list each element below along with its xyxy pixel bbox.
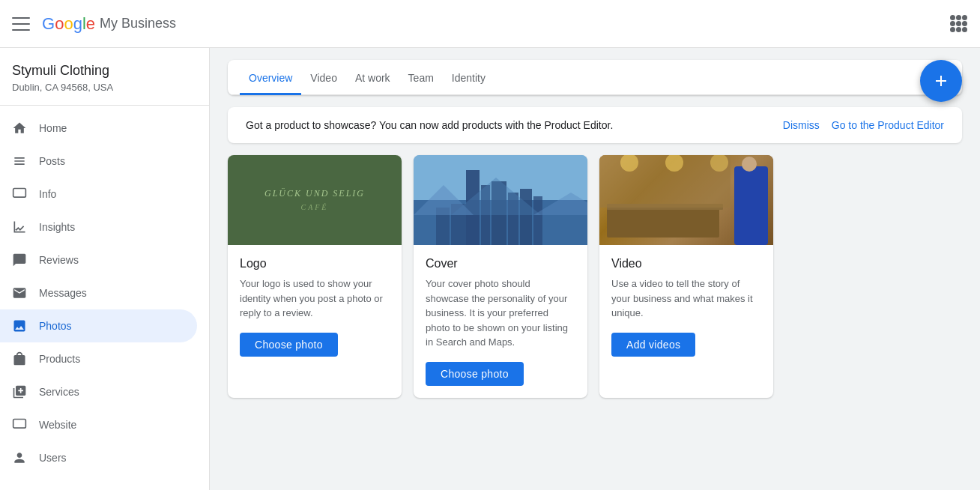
- info-icon: [12, 187, 27, 202]
- sidebar-label-posts: Posts: [39, 155, 65, 167]
- sidebar-item-messages[interactable]: Messages: [0, 276, 197, 309]
- sidebar-label-services: Services: [39, 386, 79, 398]
- sidebar-label-messages: Messages: [39, 287, 87, 299]
- services-icon: [12, 384, 27, 399]
- sidebar-label-users: Users: [39, 452, 67, 464]
- business-name: Stymuli Clothing: [12, 63, 197, 79]
- sidebar-item-services[interactable]: Services: [0, 375, 197, 408]
- google-logo: Google My Business: [42, 14, 176, 34]
- cards-grid: Glück und Selig CAFÉ Logo Your logo is u…: [228, 155, 962, 398]
- logo-card-desc: Your logo is used to show your identity …: [240, 276, 390, 321]
- reviews-icon: [12, 252, 27, 267]
- video-card-image: [599, 155, 773, 245]
- tab-identity[interactable]: Identity: [443, 60, 494, 95]
- cover-card-title: Cover: [426, 257, 575, 270]
- cover-card-image: [414, 155, 587, 245]
- main-layout: Stymuli Clothing Dublin, CA 94568, USA H…: [0, 48, 980, 490]
- svg-rect-16: [607, 208, 719, 238]
- tab-team[interactable]: Team: [399, 60, 443, 95]
- business-address: Dublin, CA 94568, USA: [12, 82, 197, 93]
- website-icon: [12, 417, 27, 432]
- sidebar-item-users[interactable]: Users: [0, 441, 197, 474]
- sidebar-label-insights: Insights: [39, 221, 75, 233]
- tab-at-work[interactable]: At work: [346, 60, 399, 95]
- sidebar-item-home[interactable]: Home: [0, 112, 197, 145]
- svg-rect-1: [13, 420, 26, 429]
- content-area: Overview Video At work Team Identity Got…: [210, 48, 980, 490]
- cover-card: Cover Your cover photo should showcase t…: [414, 155, 587, 398]
- apps-grid-icon[interactable]: [950, 15, 968, 33]
- fab-add-button[interactable]: [920, 60, 962, 102]
- logo-choose-photo-button[interactable]: Choose photo: [240, 333, 338, 357]
- cover-card-body: Cover Your cover photo should showcase t…: [414, 245, 587, 398]
- sidebar-item-posts[interactable]: Posts: [0, 145, 197, 178]
- sidebar-label-info: Info: [39, 188, 56, 200]
- header-left: Google My Business: [12, 14, 176, 34]
- top-header: Google My Business: [0, 0, 980, 48]
- cityscape-svg: [414, 155, 587, 245]
- sidebar: Stymuli Clothing Dublin, CA 94568, USA H…: [0, 48, 210, 490]
- products-icon: [12, 351, 27, 366]
- video-card-body: Video Use a video to tell the story of y…: [599, 245, 773, 369]
- logo-card-image: Glück und Selig CAFÉ: [228, 155, 402, 245]
- logo-card-title: Logo: [240, 257, 390, 270]
- sidebar-item-reviews[interactable]: Reviews: [0, 244, 197, 276]
- users-icon: [12, 450, 27, 465]
- video-shop-scene: [599, 155, 773, 245]
- video-card: Video Use a video to tell the story of y…: [599, 155, 773, 398]
- tabs-bar: Overview Video At work Team Identity: [228, 60, 962, 95]
- posts-icon: [12, 154, 27, 169]
- sidebar-item-info[interactable]: Info: [0, 178, 197, 211]
- sidebar-item-photos[interactable]: Photos: [0, 309, 197, 342]
- sidebar-label-home: Home: [39, 122, 67, 134]
- sidebar-label-reviews: Reviews: [39, 254, 79, 266]
- sidebar-item-insights[interactable]: Insights: [0, 211, 197, 244]
- sidebar-item-website[interactable]: Website: [0, 408, 197, 441]
- video-card-title: Video: [611, 257, 761, 270]
- product-editor-link[interactable]: Go to the Product Editor: [832, 119, 944, 131]
- tab-video[interactable]: Video: [301, 60, 346, 95]
- svg-rect-0: [13, 189, 26, 198]
- messages-icon: [12, 285, 27, 300]
- add-videos-button[interactable]: Add videos: [611, 333, 695, 357]
- cover-choose-photo-button[interactable]: Choose photo: [426, 362, 524, 386]
- product-name: My Business: [100, 16, 176, 31]
- tabs-card: Overview Video At work Team Identity: [228, 60, 962, 95]
- logo-card-body: Logo Your logo is used to show your iden…: [228, 245, 402, 369]
- sidebar-label-website: Website: [39, 419, 76, 431]
- add-icon: [932, 72, 950, 90]
- video-card-desc: Use a video to tell the story of your bu…: [611, 276, 761, 321]
- insights-icon: [12, 220, 27, 235]
- google-wordmark: Google: [42, 14, 95, 34]
- dismiss-button[interactable]: Dismiss: [783, 119, 820, 131]
- svg-rect-9: [533, 196, 542, 245]
- hamburger-menu-icon[interactable]: [12, 15, 30, 33]
- promo-text: Got a product to showcase? You can now a…: [246, 119, 613, 131]
- svg-point-23: [742, 157, 757, 172]
- logo-image-text: Glück und Selig CAFÉ: [264, 188, 365, 213]
- promo-actions: Dismiss Go to the Product Editor: [783, 119, 944, 131]
- business-info: Stymuli Clothing Dublin, CA 94568, USA: [0, 48, 209, 106]
- logo-card: Glück und Selig CAFÉ Logo Your logo is u…: [228, 155, 402, 398]
- cover-card-desc: Your cover photo should showcase the per…: [426, 276, 575, 350]
- home-icon: [12, 121, 27, 136]
- sidebar-label-products: Products: [39, 353, 80, 365]
- tab-overview[interactable]: Overview: [240, 60, 301, 95]
- sidebar-nav: Home Posts Info Insight: [0, 106, 209, 480]
- sidebar-item-products[interactable]: Products: [0, 342, 197, 375]
- svg-rect-22: [734, 166, 768, 245]
- svg-rect-8: [520, 189, 532, 245]
- promo-banner: Got a product to showcase? You can now a…: [228, 107, 962, 143]
- sidebar-label-photos: Photos: [39, 320, 72, 332]
- photos-icon: [12, 318, 27, 333]
